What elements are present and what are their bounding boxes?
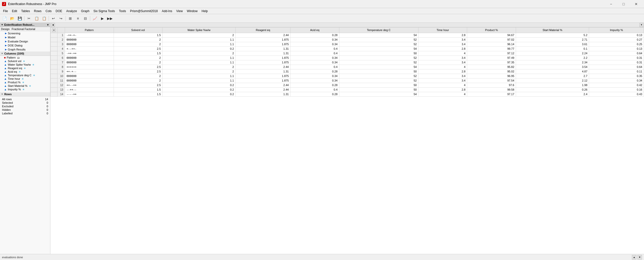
row-select-all[interactable]: ▼ [52,29,56,32]
run-button[interactable]: ▶ [99,15,106,22]
pattern-cell[interactable]: ++-+-- [65,69,114,74]
solvent-vol-cell[interactable]: 2 [114,37,163,42]
panel-header[interactable]: ▼ Esterification Robust... ▼ [0,23,50,27]
reagent-eq-cell[interactable]: 1.875 [236,78,291,83]
solvent-vol-cell[interactable]: 1.5 [114,87,163,92]
time-cell[interactable]: 4 [418,51,467,56]
water-spike-cell[interactable]: 1.1 [163,78,236,83]
temp-cell[interactable]: 54 [339,46,418,51]
col-water-spike[interactable]: ▲ Water Spike %w/w ✳ [0,63,50,66]
panel-menu-arrow[interactable]: ▼ [47,23,49,26]
nav-item-model[interactable]: ▶ Model [0,35,50,39]
nav-item-graph-results[interactable]: ▶ Graph Results [0,47,50,51]
redo-button[interactable]: ↪ [57,15,65,22]
pattern-cell[interactable]: ----++ [65,92,114,96]
table-row[interactable]: 1000000021.11.8750.34523.496.952.70.35 [51,74,644,78]
water-spike-cell[interactable]: 1.1 [163,56,236,60]
solvent-vol-cell[interactable]: 1.5 [114,33,163,37]
row-selector-cell[interactable] [51,83,57,87]
row-selector-cell[interactable] [51,87,57,92]
row-selector-cell[interactable] [51,56,57,60]
table-row[interactable]: 9++-+--2.521.310.28502.895.024.870.11 [51,69,644,74]
product-cell[interactable]: 95.82 [467,65,516,69]
acid-eq-cell[interactable]: 0.28 [291,33,339,37]
solvent-vol-cell[interactable]: 2 [114,56,163,60]
col-impurity[interactable]: ▲ Impurity % ✳ [0,88,50,91]
temp-cell[interactable]: 50 [339,83,418,87]
product-cell[interactable]: 97.35 [467,60,516,65]
reagent-eq-cell[interactable]: 1.875 [236,42,291,46]
table-row[interactable]: 14----++1.50.21.310.2854497.172.40.43 [51,92,644,96]
start-mat-cell[interactable]: 0.1 [516,46,589,51]
reagent-eq-cell[interactable]: 2.44 [236,33,291,37]
pattern-cell[interactable]: ++--++ [65,83,114,87]
acid-eq-cell[interactable]: 0.4 [291,46,339,51]
product-cell[interactable]: 97.6 [467,83,516,87]
impurity-cell[interactable]: 0.64 [589,65,644,69]
grid-dropdown-button[interactable]: ▼ [639,23,643,27]
menu-item-edit[interactable]: Edit [10,9,19,13]
start-mat-cell[interactable]: 5.2 [516,33,589,37]
time-cell[interactable]: 2.8 [418,69,467,74]
new-button[interactable]: 📄 [1,15,8,22]
reagent-eq-cell[interactable]: 2.44 [236,83,291,87]
start-mat-cell[interactable]: 2.34 [516,60,589,65]
row-selector-cell[interactable] [51,51,57,56]
col-header-acid-eq[interactable]: Acid eq [291,28,339,33]
col-header-solvent-vol[interactable]: Solvent vol [114,28,163,33]
product-cell[interactable]: 97.12 [467,51,516,56]
row-selector-cell[interactable] [51,78,57,83]
table-row[interactable]: 300000021.11.8750.34523.496.143.610.25 [51,42,644,46]
reagent-eq-cell[interactable]: 1.875 [236,74,291,78]
temp-cell[interactable]: 52 [339,60,418,65]
undo-button[interactable]: ↩ [50,15,57,22]
list-view-button[interactable]: ≡ [74,15,81,22]
temp-cell[interactable]: 52 [339,37,418,42]
pattern-cell[interactable]: 000000 [65,56,114,60]
impurity-cell[interactable]: 0.13 [589,33,644,37]
minimize-button[interactable]: − [605,0,617,8]
start-mat-cell[interactable]: 2.2 [516,56,589,60]
col-header-start-mat[interactable]: Start Material % [516,28,589,33]
menu-item-graph[interactable]: Graph [79,9,91,13]
start-mat-cell[interactable]: 3.54 [516,65,589,69]
columns-section-header[interactable]: ▼ Columns (10/0) [0,51,50,56]
water-spike-cell[interactable]: 1.1 [163,74,236,78]
impurity-cell[interactable]: 0.31 [589,60,644,65]
product-cell[interactable]: 96.95 [467,74,516,78]
nav-item-screening[interactable]: ▶ Screening [0,31,50,35]
product-cell[interactable]: 97.49 [467,56,516,60]
pattern-cell[interactable]: ++++++ [65,65,114,69]
reagent-eq-cell[interactable]: 1.875 [236,37,291,42]
scroll-left-button[interactable]: ◀ [51,23,55,27]
water-spike-cell[interactable]: 0.2 [163,92,236,96]
menu-item-file[interactable]: File [1,9,10,13]
table-row[interactable]: 5-++-++1.521.310.450497.122.240.64 [51,51,644,56]
water-spike-cell[interactable]: 1.1 [163,37,236,42]
water-spike-cell[interactable]: 0.2 [163,83,236,87]
start-mat-cell[interactable]: 2.4 [516,92,589,96]
row-selector-cell[interactable] [51,92,57,96]
acid-eq-cell[interactable]: 0.28 [291,92,339,96]
impurity-cell[interactable]: 0.25 [589,42,644,46]
pattern-cell[interactable]: --++-- [65,87,114,92]
time-cell[interactable]: 3.4 [418,42,467,46]
menu-item-rows[interactable]: Rows [32,9,44,13]
table-row[interactable]: 700000021.11.8750.34523.497.352.340.31 [51,60,644,65]
time-cell[interactable]: 3.4 [418,37,467,42]
temp-cell[interactable]: 52 [339,42,418,46]
grid-view-button[interactable]: ⊟ [82,15,89,22]
col-reagent-eq[interactable]: ▲ Reagent eq ✳ [0,66,50,70]
temp-cell[interactable]: 52 [339,56,418,60]
col-acid-eq[interactable]: ▲ Acid eq ✳ [0,70,50,73]
table-row[interactable]: 1-++-+-1.522.440.28542.894.675.20.13 [51,33,644,37]
solvent-vol-cell[interactable]: 2.5 [114,46,163,51]
row-selector-cell[interactable] [51,60,57,65]
pattern-cell[interactable]: 000000 [65,78,114,83]
reagent-eq-cell[interactable]: 1.31 [236,69,291,74]
table-row[interactable]: 600000021.11.8750.34523.497.492.20.31 [51,56,644,60]
temp-cell[interactable]: 54 [339,65,418,69]
time-cell[interactable]: 2.8 [418,87,467,92]
acid-eq-cell[interactable]: 0.4 [291,65,339,69]
row-selector-cell[interactable] [51,37,57,42]
